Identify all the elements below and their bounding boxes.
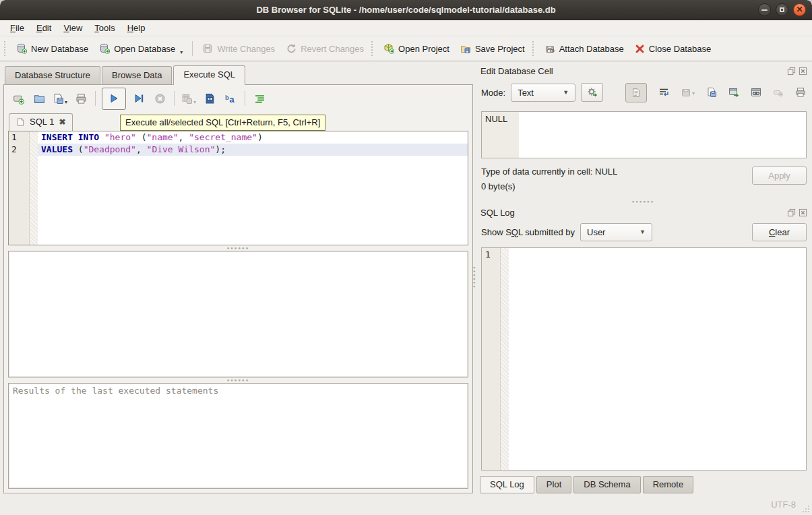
sql-toolbar-separator (245, 91, 245, 106)
menu-tools[interactable]: Tools (88, 21, 121, 35)
sql-file-icon (16, 117, 25, 127)
sql-log-view[interactable]: 1 (481, 247, 807, 471)
format-sql-button[interactable] (251, 90, 268, 107)
tooltip: Execute all/selected SQL [Ctrl+Return, F… (120, 115, 325, 131)
minimize-button[interactable] (758, 3, 771, 16)
link-data-icon[interactable] (751, 87, 761, 98)
menu-help[interactable]: Help (121, 21, 152, 35)
toolbar-drag-handle[interactable] (532, 41, 535, 56)
execute-all-button[interactable] (102, 88, 126, 110)
save-project-button[interactable]: Save Project (455, 40, 530, 57)
toolbar-drag-handle[interactable] (4, 41, 7, 56)
menubar: File Edit View Tools Help (0, 20, 812, 36)
cell-mode-row: Mode: Text ▼ (479, 78, 807, 107)
sql-code-editor[interactable]: 1INSERT INTO "hero" ("name", "secret_nam… (8, 131, 468, 245)
close-dock-icon[interactable] (799, 67, 807, 75)
dock-tab-db-schema[interactable]: DB Schema (573, 476, 640, 493)
tab-database-structure[interactable]: Database Structure (5, 66, 100, 84)
new-sql-tab-icon (13, 93, 24, 104)
statusbar: UTF-8 (0, 493, 812, 515)
dock-tab-remote[interactable]: Remote (643, 476, 694, 493)
cell-value-editor[interactable]: NULL (481, 111, 807, 158)
results-splitter[interactable]: ●●●●●● (4, 377, 472, 383)
save-sql-file-button[interactable]: ▾ (52, 90, 68, 107)
import-cell-button: ▾ (681, 87, 695, 98)
sql-1-tab[interactable]: SQL 1 ✖ (9, 113, 73, 131)
tab-browse-data[interactable]: Browse Data (102, 66, 172, 84)
float-dock-icon[interactable] (787, 208, 796, 217)
print-cell-icon[interactable] (795, 87, 806, 98)
dock-splitter[interactable]: ●●●●●● (479, 198, 807, 206)
sql-toolbar-separator (174, 91, 175, 106)
apply-button: Apply (752, 166, 807, 185)
clear-log-button[interactable]: Clear (752, 223, 807, 241)
open-database-button[interactable]: Open Database ▾ (94, 40, 188, 57)
edit-cell-title: Edit Database Cell (480, 66, 553, 76)
sql-tab-label: SQL 1 (30, 117, 54, 127)
menu-view[interactable]: View (57, 21, 88, 35)
maximize-button[interactable] (776, 3, 788, 16)
find-icon (204, 93, 216, 104)
float-dock-icon[interactable] (787, 67, 796, 75)
close-button[interactable]: ✕ (793, 3, 806, 16)
export-cell-icon[interactable] (706, 87, 717, 98)
print-icon (75, 93, 87, 104)
open-external-icon[interactable] (728, 87, 739, 98)
dock-tab-sql-log[interactable]: SQL Log (480, 476, 534, 493)
cell-value: NULL (485, 114, 507, 124)
open-sql-file-button[interactable] (31, 90, 47, 107)
encoding-indicator[interactable]: UTF-8 (771, 499, 796, 510)
cell-editor-toolbar: ▾ (625, 83, 807, 102)
save-sql-file-icon (53, 93, 64, 104)
save-sql-dropdown-arrow[interactable]: ▾ (65, 99, 67, 105)
results-message-area[interactable]: Results of the last executed statements (8, 383, 468, 489)
sql-log-title: SQL Log (480, 208, 515, 218)
sql-toolbar-separator (95, 91, 96, 106)
code-line[interactable]: 2VALUES ("Deadpond", "Dive Wilson"); (9, 144, 468, 156)
auto-completion-button[interactable]: b a (222, 90, 239, 107)
cell-type-info: Type of data currently in cell: NULL (481, 166, 617, 177)
export-results-icon (181, 93, 193, 104)
code-line[interactable]: 1INSERT INTO "hero" ("name", "secret_nam… (9, 131, 468, 144)
right-dock: Edit Database Cell Mode: Text ▼ (476, 61, 812, 493)
menu-file[interactable]: File (4, 21, 30, 35)
auto-apply-button[interactable] (581, 83, 603, 102)
main-tab-bar: Database Structure Browse Data Execute S… (5, 65, 473, 84)
new-sql-tab-button[interactable] (10, 90, 26, 107)
revert-changes-button: Revert Changes (280, 40, 369, 57)
close-sql-tab-icon[interactable]: ✖ (59, 118, 65, 126)
text-mode-toggle[interactable] (625, 83, 647, 102)
log-line-number: 1 (485, 249, 491, 260)
dock-tab-bar: SQL Log Plot DB Schema Remote (480, 476, 807, 493)
find-button[interactable] (201, 90, 218, 107)
svg-text:b: b (225, 93, 229, 100)
open-project-button[interactable]: Open Project (378, 40, 455, 57)
dock-tab-plot[interactable]: Plot (536, 476, 571, 493)
revert-changes-icon (286, 43, 296, 54)
titlebar[interactable]: DB Browser for SQLite - /home/user/code/… (0, 0, 812, 20)
mode-select[interactable]: Text ▼ (511, 84, 575, 102)
open-database-dropdown-arrow[interactable]: ▾ (180, 49, 183, 55)
editor-splitter[interactable]: ●●●●●● (4, 245, 472, 251)
word-wrap-icon[interactable] (658, 87, 669, 98)
log-source-select[interactable]: User ▼ (580, 223, 652, 241)
minimize-icon (761, 9, 768, 11)
stop-execution-button (152, 90, 168, 107)
close-database-button[interactable]: Close Database (629, 41, 717, 57)
execute-line-button[interactable] (131, 90, 147, 107)
close-dock-icon[interactable] (799, 208, 807, 217)
chevron-down-icon: ▼ (630, 229, 646, 235)
toolbar-drag-handle[interactable] (371, 41, 374, 56)
results-grid[interactable] (8, 251, 468, 377)
print-sql-button[interactable] (73, 90, 89, 107)
tab-execute-sql[interactable]: Execute SQL (173, 65, 245, 85)
execute-sql-panel: ▾ (3, 84, 473, 493)
app-window: DB Browser for SQLite - /home/user/code/… (0, 0, 812, 515)
write-changes-button: Write Changes (197, 40, 280, 57)
menu-edit[interactable]: Edit (30, 21, 57, 35)
new-database-button[interactable]: New Database (11, 40, 94, 57)
execute-all-icon (108, 93, 119, 104)
attach-database-button[interactable]: Attach Database (539, 40, 629, 57)
new-database-icon (16, 43, 27, 54)
resize-grip[interactable] (803, 506, 809, 512)
